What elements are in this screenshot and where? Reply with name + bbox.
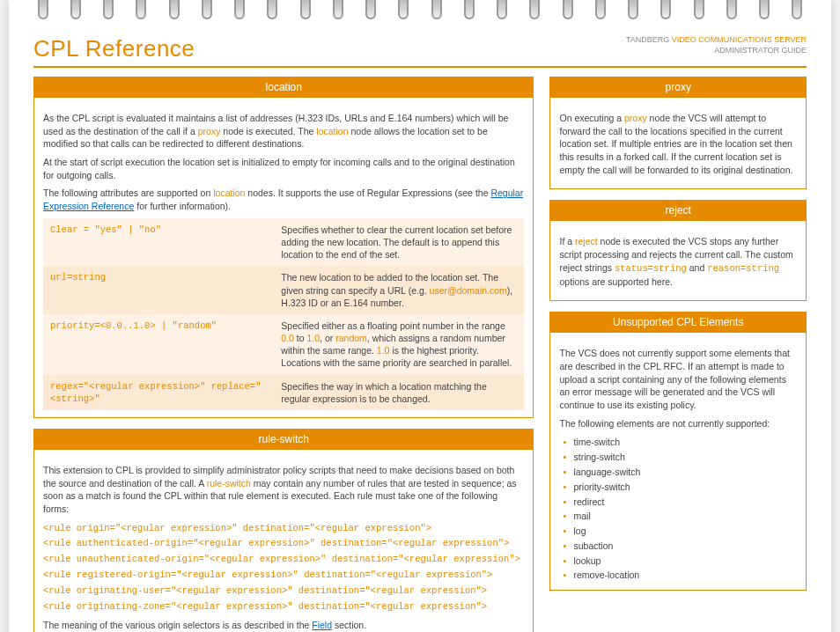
list-item: string-switch <box>563 450 797 465</box>
list-item: language-switch <box>563 465 797 480</box>
location-para1: As the CPL script is evaluated it mainta… <box>43 112 524 151</box>
section-location: location As the CPL script is evaluated … <box>33 77 534 418</box>
list-item: time-switch <box>563 435 797 450</box>
section-title-unsupported: Unsupported CPL Elements <box>550 312 806 333</box>
field-section-link[interactable]: Field <box>312 620 332 630</box>
section-proxy: proxy On executing a proxy node the VCS … <box>549 77 807 189</box>
list-item: redirect <box>563 495 797 510</box>
unsupported-para1: The VCS does not currently support some … <box>559 347 797 411</box>
header-product-info: TANDBERG VIDEO COMMUNICATIONS SERVER ADM… <box>626 35 807 55</box>
unsupported-list: time-switch string-switch language-switc… <box>559 435 797 583</box>
section-title-reject: reject <box>550 200 806 221</box>
section-title-rule-switch: rule-switch <box>34 429 533 450</box>
section-reject: reject If a reject node is executed the … <box>549 200 807 301</box>
table-row: regex="<regular expression>" replace="<s… <box>43 375 524 410</box>
list-item: mail <box>563 509 797 524</box>
table-row: Clear = "yes" | "no" Specifies whether t… <box>43 218 524 267</box>
spiral-binding <box>9 0 831 26</box>
proxy-para: On executing a proxy node the VCS will a… <box>559 112 797 176</box>
unsupported-para2: The following elements are not currently… <box>559 417 797 430</box>
reject-para: If a reject node is executed the VCS sto… <box>559 235 797 288</box>
list-item: subaction <box>563 539 797 554</box>
location-para2: At the start of script execution the loc… <box>43 156 524 181</box>
section-title-location: location <box>34 77 533 98</box>
document-page: CPL Reference TANDBERG VIDEO COMMUNICATI… <box>9 0 831 632</box>
list-item: remove-location <box>563 568 797 583</box>
rule-forms-list: <rule origin="<regular expression>" dest… <box>43 521 524 615</box>
location-para3: The following attributes are supported o… <box>43 187 524 212</box>
section-title-proxy: proxy <box>550 77 806 98</box>
list-item: lookup <box>563 554 797 569</box>
page-title: CPL Reference <box>33 35 195 62</box>
ruleswitch-footer: The meaning of the various origin select… <box>43 619 524 632</box>
location-attributes-table: Clear = "yes" | "no" Specifies whether t… <box>43 218 524 410</box>
list-item: log <box>563 524 797 539</box>
section-rule-switch: rule-switch This extension to CPL is pro… <box>33 429 534 632</box>
page-header: CPL Reference TANDBERG VIDEO COMMUNICATI… <box>33 35 807 68</box>
table-row: url=string The new location to be added … <box>43 266 524 314</box>
ruleswitch-para: This extension to CPL is provided to sim… <box>43 464 524 516</box>
list-item: priority-switch <box>563 480 797 495</box>
section-unsupported: Unsupported CPL Elements The VCS does no… <box>549 312 807 591</box>
table-row: priority=<0.0..1.0> | "random" Specified… <box>43 314 524 375</box>
